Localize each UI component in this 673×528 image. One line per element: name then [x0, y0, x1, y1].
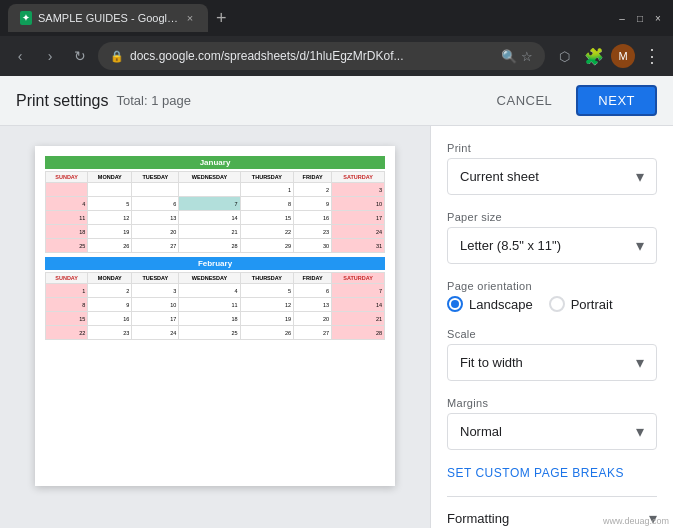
back-button[interactable]: ‹	[8, 44, 32, 68]
table-row: 1 2 3 4 5 6 7	[46, 284, 385, 298]
watermark: www.deuag.com	[603, 516, 669, 526]
orientation-label: Page orientation	[447, 280, 657, 292]
january-calendar: January SUNDAY MONDAY TUESDAY WEDNESDAY …	[45, 156, 385, 253]
landscape-dot	[451, 300, 459, 308]
sun-header: SUNDAY	[46, 172, 88, 183]
margins-label: Margins	[447, 397, 657, 409]
active-tab[interactable]: ✦ SAMPLE GUIDES - Google Sheets ×	[8, 4, 208, 32]
table-row: 22 23 24 25 26 27 28	[46, 326, 385, 340]
january-grid: SUNDAY MONDAY TUESDAY WEDNESDAY THURSDAY…	[45, 171, 385, 253]
scale-arrow: ▾	[636, 353, 644, 372]
january-header: January	[45, 156, 385, 169]
preview-area: January SUNDAY MONDAY TUESDAY WEDNESDAY …	[0, 126, 430, 528]
url-bar[interactable]: 🔒 docs.google.com/spreadsheets/d/1hluEgz…	[98, 42, 545, 70]
print-settings-title: Print settings	[16, 92, 108, 110]
table-row: 11 12 13 14 15 16 17	[46, 211, 385, 225]
paper-size-value: Letter (8.5" x 11")	[460, 238, 561, 253]
portrait-label: Portrait	[571, 297, 613, 312]
table-row: 4 5 6 7 8 9 10	[46, 197, 385, 211]
scale-group: Scale Fit to width ▾	[447, 328, 657, 381]
print-value: Current sheet	[460, 169, 539, 184]
table-row: 15 16 17 18 19 20 21	[46, 312, 385, 326]
title-bar: ✦ SAMPLE GUIDES - Google Sheets × + – □ …	[0, 0, 673, 36]
mon-header: MONDAY	[88, 172, 132, 183]
portrait-radio[interactable]	[549, 296, 565, 312]
wed-header: WEDNESDAY	[179, 172, 240, 183]
print-dropdown[interactable]: Current sheet ▾	[447, 158, 657, 195]
settings-panel: Print Current sheet ▾ Paper size Letter …	[430, 126, 673, 528]
tab-area: ✦ SAMPLE GUIDES - Google Sheets × +	[8, 4, 607, 32]
february-grid: SUNDAY MONDAY TUESDAY WEDNESDAY THURSDAY…	[45, 272, 385, 340]
margins-group: Margins Normal ▾	[447, 397, 657, 450]
portrait-option[interactable]: Portrait	[549, 296, 613, 312]
orientation-options: Landscape Portrait	[447, 296, 657, 312]
profile-avatar[interactable]: M	[611, 44, 635, 68]
sheets-icon: ✦	[20, 11, 32, 25]
paper-size-label: Paper size	[447, 211, 657, 223]
table-row: 25 26 27 28 29 30 31	[46, 239, 385, 253]
paper-size-group: Paper size Letter (8.5" x 11") ▾	[447, 211, 657, 264]
next-button[interactable]: NEXT	[576, 85, 657, 116]
new-tab-button[interactable]: +	[208, 8, 235, 29]
main-content: January SUNDAY MONDAY TUESDAY WEDNESDAY …	[0, 126, 673, 528]
star-icon[interactable]: ☆	[521, 49, 533, 64]
thu-header: THURSDAY	[240, 172, 293, 183]
table-row: 8 9 10 11 12 13 14	[46, 298, 385, 312]
window-controls: – □ ×	[615, 11, 665, 25]
print-label: Print	[447, 142, 657, 154]
paper-size-dropdown[interactable]: Letter (8.5" x 11") ▾	[447, 227, 657, 264]
reload-button[interactable]: ↻	[68, 44, 92, 68]
url-text: docs.google.com/spreadsheets/d/1hluEgzMr…	[130, 49, 403, 63]
custom-page-breaks-link[interactable]: SET CUSTOM PAGE BREAKS	[447, 466, 657, 480]
forward-button[interactable]: ›	[38, 44, 62, 68]
close-window-button[interactable]: ×	[651, 11, 665, 25]
scale-label: Scale	[447, 328, 657, 340]
tue-header: TUESDAY	[132, 172, 179, 183]
landscape-option[interactable]: Landscape	[447, 296, 533, 312]
print-page-count: Total: 1 page	[116, 93, 190, 108]
table-row: 1 2 3	[46, 183, 385, 197]
print-header: Print settings Total: 1 page CANCEL NEXT	[0, 76, 673, 126]
february-header: February	[45, 257, 385, 270]
print-dropdown-arrow: ▾	[636, 167, 644, 186]
margins-value: Normal	[460, 424, 502, 439]
formatting-label: Formatting	[447, 511, 509, 526]
sat-header: SATURDAY	[332, 172, 385, 183]
fri-header: FRIDAY	[294, 172, 332, 183]
search-url-icon[interactable]: 🔍	[501, 49, 517, 64]
orientation-group: Page orientation Landscape Portrait	[447, 280, 657, 312]
table-row: 18 19 20 21 22 23 24	[46, 225, 385, 239]
maximize-button[interactable]: □	[633, 11, 647, 25]
address-bar: ‹ › ↻ 🔒 docs.google.com/spreadsheets/d/1…	[0, 36, 673, 76]
landscape-radio[interactable]	[447, 296, 463, 312]
minimize-button[interactable]: –	[615, 11, 629, 25]
print-setting-group: Print Current sheet ▾	[447, 142, 657, 195]
february-calendar: February SUNDAY MONDAY TUESDAY WEDNESDAY…	[45, 257, 385, 340]
header-actions: CANCEL NEXT	[481, 85, 657, 116]
extensions-icon[interactable]: ⬡	[551, 43, 577, 69]
print-preview-page: January SUNDAY MONDAY TUESDAY WEDNESDAY …	[35, 146, 395, 486]
tab-title: SAMPLE GUIDES - Google Sheets	[38, 12, 178, 24]
scale-value: Fit to width	[460, 355, 523, 370]
url-action-icons: 🔍 ☆	[501, 49, 533, 64]
margins-arrow: ▾	[636, 422, 644, 441]
menu-icon[interactable]: ⋮	[639, 43, 665, 69]
cancel-button[interactable]: CANCEL	[481, 87, 569, 114]
toolbar-icons: ⬡ 🧩 M ⋮	[551, 43, 665, 69]
tab-close-button[interactable]: ×	[184, 11, 196, 25]
paper-size-arrow: ▾	[636, 236, 644, 255]
scale-dropdown[interactable]: Fit to width ▾	[447, 344, 657, 381]
puzzle-icon[interactable]: 🧩	[581, 43, 607, 69]
margins-dropdown[interactable]: Normal ▾	[447, 413, 657, 450]
landscape-label: Landscape	[469, 297, 533, 312]
